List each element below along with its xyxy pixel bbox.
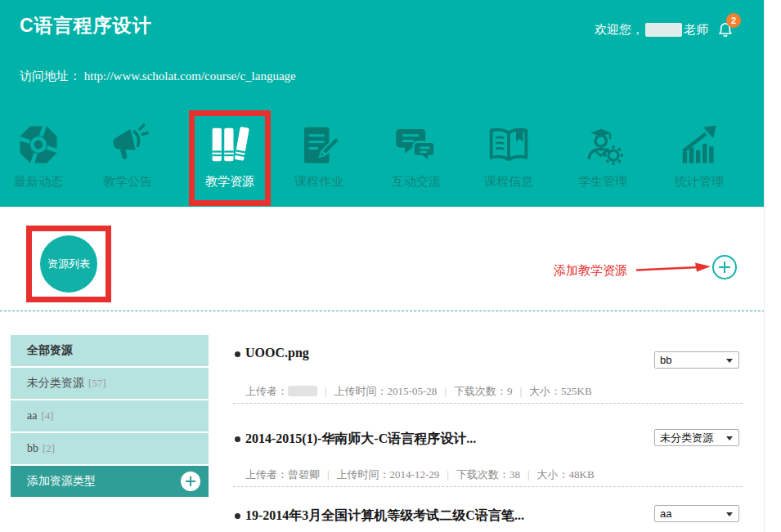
meta-size: 525KB — [561, 385, 592, 397]
redacted-username — [645, 23, 682, 37]
meta-size: 48KB — [569, 468, 595, 481]
meta-label-time: 上传时间： — [337, 468, 390, 481]
nav-label: 课程作业 — [294, 174, 343, 190]
nav-item-interaction[interactable]: 互动交流 — [379, 114, 453, 200]
add-resource-annotation-label: 添加教学资源 — [554, 263, 627, 279]
category-select[interactable]: bb — [654, 351, 739, 369]
meta-label-downloads: 下载次数： — [454, 385, 507, 397]
meta-label-size: 大小： — [537, 468, 569, 481]
add-resource-button[interactable] — [712, 255, 737, 279]
annotation-arrow — [635, 262, 711, 275]
nav-item-announcements[interactable]: 教学公告 — [91, 114, 164, 200]
meta-separator: | — [527, 468, 530, 481]
meta-upload-time: 2014-12-29 — [390, 468, 440, 481]
resource-title[interactable]: 2014-2015(1)-华南师大-C语言程序设计... — [245, 431, 476, 448]
category-select[interactable]: 未分类资源 — [654, 429, 739, 446]
resource-meta: 上传者：|上传时间：2015-05-28|下载次数：9|大小：525KB — [245, 384, 592, 399]
meta-separator: | — [519, 385, 522, 397]
nav-item-latest-news[interactable]: 最新动态 — [2, 114, 75, 200]
meta-upload-time: 2015-05-28 — [388, 385, 438, 397]
list-bullet-icon — [235, 436, 240, 442]
notification-count-badge: 2 — [726, 13, 741, 28]
header: C语言程序设计 欢迎您， 老师 2 访问地址： http://www.schol… — [0, 0, 764, 207]
meta-separator: | — [447, 468, 449, 481]
add-resource-type-label: 添加资源类型 — [27, 474, 96, 489]
list-bullet-icon — [235, 513, 240, 519]
page-edge-line — [764, 0, 765, 532]
chat-icon — [394, 123, 438, 167]
list-bullet-icon — [235, 351, 240, 357]
item-divider — [233, 403, 743, 404]
annotation-box-active-tab — [189, 110, 271, 206]
sidebar-item-uncategorized[interactable]: 未分类资源 [57] — [11, 368, 209, 399]
category-select-value: bb — [660, 354, 671, 366]
nav-label: 学生管理 — [578, 174, 627, 190]
meta-label-uploader: 上传者： — [245, 468, 288, 481]
sidebar-item-count: [2] — [43, 442, 55, 455]
sidebar-item-count: [57] — [88, 377, 106, 390]
stats-icon — [677, 123, 721, 167]
notification-bell-button[interactable]: 2 — [716, 19, 738, 40]
sidebar-item-label: aa — [27, 409, 37, 422]
nav-item-course-info[interactable]: 课程信息 — [472, 114, 545, 200]
welcome-suffix: 老师 — [684, 22, 708, 38]
student-gear-icon — [581, 123, 625, 167]
resource-list-button[interactable]: 资源列表 — [40, 235, 97, 293]
course-page: C语言程序设计 欢迎您， 老师 2 访问地址： http://www.schol… — [0, 0, 781, 532]
category-select-value: 未分类资源 — [660, 431, 713, 444]
nav-label: 统计管理 — [675, 174, 724, 190]
resource-meta: 上传者：曾碧卿|上传时间：2014-12-29|下载次数：38|大小：48KB — [245, 467, 595, 482]
welcome-bar: 欢迎您， 老师 2 — [595, 19, 738, 40]
assignment-icon — [297, 123, 341, 167]
resource-category-sidebar: 全部资源 未分类资源 [57] aa [4] bb [2] 添加资源类型 — [11, 335, 209, 498]
sidebar-item-label: 未分类资源 — [27, 376, 84, 391]
page-title: C语言程序设计 — [20, 13, 152, 38]
sidebar-item-aa[interactable]: aa [4] — [11, 400, 209, 431]
meta-downloads: 38 — [509, 468, 520, 481]
chevron-down-icon — [726, 512, 733, 516]
url-label: 访问地址： — [20, 69, 81, 83]
meta-label-time: 上传时间： — [334, 385, 388, 397]
chevron-down-icon — [726, 436, 733, 440]
item-divider — [233, 486, 743, 487]
nav-item-statistics[interactable]: 统计管理 — [662, 114, 736, 200]
redacted-uploader — [288, 386, 317, 396]
nav-item-student-management[interactable]: 学生管理 — [566, 114, 640, 200]
meta-uploader: 曾碧卿 — [288, 468, 320, 481]
open-book-icon — [487, 123, 531, 167]
meta-separator: | — [325, 385, 327, 397]
nav-item-assignments[interactable]: 课程作业 — [282, 114, 356, 200]
meta-separator: | — [444, 385, 447, 397]
resource-title[interactable]: UOOC.png — [245, 346, 309, 360]
add-resource-type-button[interactable]: 添加资源类型 — [11, 466, 209, 497]
plus-icon — [181, 472, 200, 491]
news-icon — [16, 123, 61, 167]
nav-label: 课程信息 — [484, 174, 533, 190]
meta-label-uploader: 上传者： — [245, 385, 288, 397]
meta-label-downloads: 下载次数： — [456, 468, 509, 481]
sidebar-item-all-resources[interactable]: 全部资源 — [11, 335, 209, 366]
course-url-link[interactable]: http://www.scholat.com/course/c_language — [84, 69, 296, 83]
nav-label: 最新动态 — [14, 174, 63, 190]
megaphone-icon — [105, 123, 150, 167]
sidebar-item-count: [4] — [41, 409, 53, 422]
category-select[interactable]: aa — [654, 505, 739, 522]
section-divider — [0, 311, 765, 311]
meta-separator: | — [327, 468, 330, 481]
sidebar-item-bb[interactable]: bb [2] — [11, 433, 209, 464]
chevron-down-icon — [726, 359, 733, 363]
resource-title[interactable]: 19-2014年3月全国计算机等级考试二级C语言笔... — [245, 507, 524, 525]
sidebar-item-label: bb — [27, 442, 38, 455]
nav-label: 教学公告 — [103, 174, 152, 190]
sidebar-item-label: 全部资源 — [27, 343, 73, 358]
meta-downloads: 9 — [507, 385, 513, 397]
category-select-value: aa — [660, 507, 671, 520]
nav-label: 互动交流 — [392, 174, 441, 190]
meta-label-size: 大小： — [529, 385, 561, 397]
course-url-line: 访问地址： http://www.scholat.com/course/c_la… — [20, 69, 296, 84]
welcome-prefix: 欢迎您， — [595, 22, 644, 38]
